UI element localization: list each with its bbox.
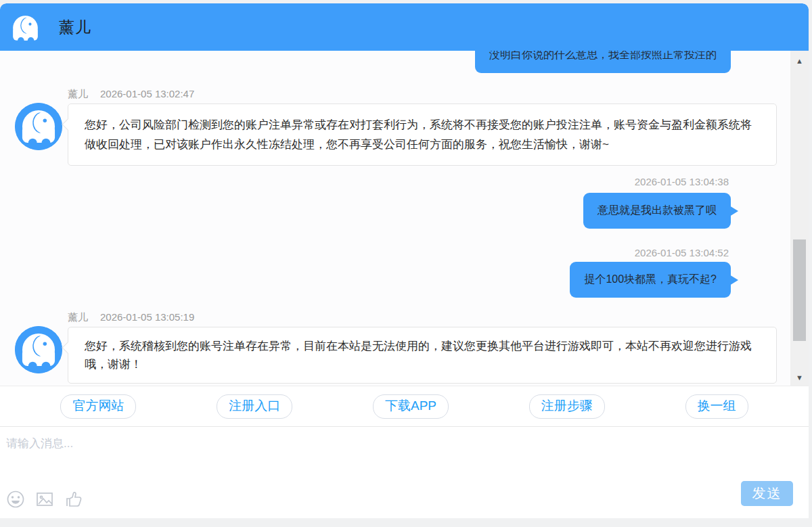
- quick-reply-download-app[interactable]: 下载APP: [373, 394, 449, 419]
- message-input[interactable]: [0, 427, 744, 472]
- chat-message-agent: 薰儿2026-01-05 13:02:47 您好，公司风险部门检测到您的账户注单…: [0, 88, 809, 166]
- message-text: 意思就是我出款被黑了呗: [597, 204, 717, 216]
- message-bubble-user: 意思就是我出款被黑了呗: [583, 193, 731, 229]
- bubble-caret: [62, 342, 74, 354]
- quick-reply-official-site[interactable]: 官方网站: [60, 394, 136, 419]
- composer-toolbar: [6, 490, 83, 509]
- agent-avatar: [15, 103, 62, 150]
- quick-reply-register-entry[interactable]: 注册入口: [217, 394, 292, 419]
- agent-title: 薰儿: [59, 17, 91, 38]
- agent-avatar: [15, 326, 62, 373]
- bubble-caret: [62, 119, 74, 131]
- scrollbar-thumb[interactable]: [793, 239, 806, 341]
- message-text: 您好，系统稽核到您的账号注单存在异常，目前在本站是无法使用的，建议您更换其他平台…: [85, 340, 752, 371]
- message-bubble-agent: 您好，公司风险部门检测到您的账户注单异常或存在对打套利行为，系统将不再接受您的账…: [68, 104, 777, 166]
- bubble-caret: [729, 275, 738, 285]
- chat-header: 薰儿: [0, 3, 809, 51]
- message-text: 提个100块都黑，真玩不起?: [584, 273, 717, 285]
- agent-name: 薰儿: [68, 88, 88, 99]
- vertical-scrollbar[interactable]: ▲ ▼: [790, 51, 809, 386]
- elephant-logo-icon: [9, 12, 41, 42]
- chat-widget: 薰儿 没明白你说的什么意思，我全部按照正常投注的 薰儿2026-01-05 13…: [0, 3, 809, 518]
- quick-reply-change-set[interactable]: 换一组: [685, 394, 748, 419]
- message-text: 您好，公司风险部门检测到您的账户注单异常或存在对打套利行为，系统将不再接受您的账…: [85, 118, 752, 151]
- scroll-up-icon[interactable]: ▲: [790, 58, 809, 65]
- message-bubble-user: 没明白你说的什么意思，我全部按照正常投注的: [475, 51, 731, 73]
- message-meta: 薰儿2026-01-05 13:05:19: [68, 311, 194, 324]
- emoji-icon[interactable]: [6, 490, 25, 509]
- message-time: 2026-01-05 13:04:38: [635, 176, 729, 187]
- chat-area: 没明白你说的什么意思，我全部按照正常投注的 薰儿2026-01-05 13:02…: [0, 51, 809, 386]
- send-button[interactable]: 发送: [741, 481, 793, 506]
- message-time: 2026-01-05 13:04:52: [635, 247, 729, 258]
- bubble-caret: [729, 206, 738, 216]
- chat-message-agent: 薰儿2026-01-05 13:05:19 您好，系统稽核到您的账号注单存在异常…: [0, 311, 809, 386]
- message-time: 2026-01-05 13:02:47: [100, 88, 194, 99]
- thumbs-up-icon[interactable]: [64, 490, 83, 509]
- quick-reply-register-steps[interactable]: 注册步骤: [529, 394, 605, 419]
- agent-name: 薰儿: [68, 311, 88, 323]
- message-time: 2026-01-05 13:05:19: [100, 311, 194, 323]
- composer: 发送: [0, 426, 809, 518]
- quick-replies: 官方网站 注册入口 下载APP 注册步骤 换一组: [0, 386, 809, 426]
- message-bubble-user: 提个100块都黑，真玩不起?: [570, 262, 731, 298]
- scroll-down-icon[interactable]: ▼: [790, 374, 809, 382]
- image-icon[interactable]: [35, 490, 54, 509]
- message-meta: 薰儿2026-01-05 13:02:47: [68, 88, 194, 101]
- message-bubble-agent: 您好，系统稽核到您的账号注单存在异常，目前在本站是无法使用的，建议您更换其他平台…: [68, 327, 777, 384]
